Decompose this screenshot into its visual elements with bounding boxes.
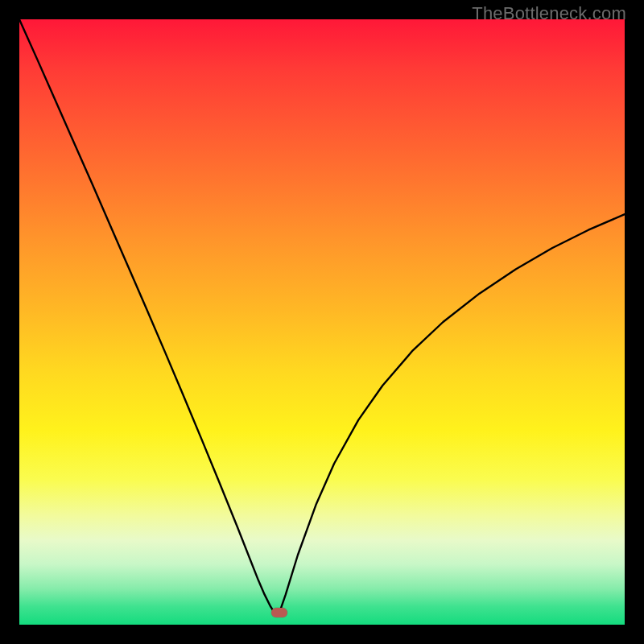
- bottleneck-curve: [19, 19, 625, 625]
- chart-frame: TheBottleneck.com: [0, 0, 644, 644]
- optimal-point-marker: [271, 608, 287, 617]
- gradient-plot-area: [19, 19, 625, 625]
